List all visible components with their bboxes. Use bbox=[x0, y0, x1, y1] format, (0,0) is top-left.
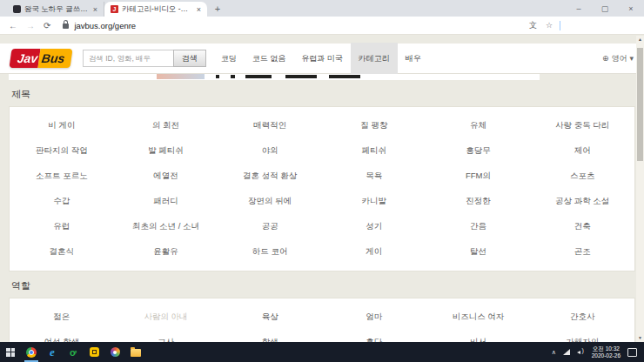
close-button[interactable]: × bbox=[618, 0, 644, 17]
category-link[interactable]: 패러디 bbox=[114, 189, 218, 214]
category-link[interactable]: 유럽 bbox=[10, 214, 114, 239]
banner-fragment bbox=[329, 75, 360, 78]
minimize-button[interactable]: – bbox=[566, 0, 592, 17]
taskbar-chrome-button[interactable] bbox=[21, 342, 42, 362]
network-icon[interactable] bbox=[563, 349, 570, 355]
category-link[interactable]: 유체 bbox=[426, 113, 531, 138]
tab-close-icon[interactable]: × bbox=[91, 5, 97, 14]
forward-icon[interactable]: → bbox=[26, 21, 35, 30]
taskbar-ie-button[interactable]: e bbox=[42, 342, 63, 362]
category-link[interactable]: 비즈니스 여자 bbox=[426, 305, 531, 330]
tab-title: 카테고리-비디오 -JavBus bbox=[122, 4, 191, 15]
roles-panel: 젊은사람의 아내육상엄마비즈니스 여자간호사여성 학생교사학생흑단비서가해자의보… bbox=[9, 298, 635, 342]
category-link[interactable]: 발 페티쉬 bbox=[114, 138, 218, 164]
category-link[interactable]: 학생 bbox=[218, 330, 322, 342]
category-link[interactable]: 육상 bbox=[218, 305, 322, 330]
scroll-down-icon[interactable]: ▼ bbox=[636, 334, 644, 342]
category-link[interactable]: 진정한 bbox=[426, 189, 531, 214]
category-link[interactable]: 카니발 bbox=[322, 189, 426, 214]
category-link[interactable]: 스포츠 bbox=[530, 164, 634, 189]
menu-item[interactable]: 카테고리 bbox=[351, 43, 398, 75]
category-link[interactable]: 간호사 bbox=[530, 305, 634, 330]
taskbar-messenger-button[interactable] bbox=[84, 342, 104, 362]
url-text[interactable]: javbus.org/genre bbox=[74, 21, 520, 30]
category-link[interactable]: 비서 bbox=[426, 330, 531, 342]
category-link[interactable]: 소프트 포르노 bbox=[10, 164, 114, 189]
category-link[interactable]: 윤활유 bbox=[114, 239, 218, 265]
page-scrollbar[interactable]: ▲ ▼ bbox=[636, 36, 644, 342]
category-link[interactable]: 비 게이 bbox=[10, 113, 114, 138]
category-link[interactable]: 가해자의 bbox=[530, 330, 634, 342]
category-link[interactable]: 하드 코어 bbox=[218, 239, 322, 265]
category-link[interactable]: 의 회전 bbox=[114, 113, 218, 138]
category-link[interactable]: 곤조 bbox=[530, 239, 634, 265]
text-caret bbox=[560, 21, 560, 30]
category-link[interactable]: 최초의 소년 / 소녀 bbox=[114, 214, 218, 239]
new-tab-button[interactable]: + bbox=[211, 2, 225, 16]
category-link[interactable]: 공공 bbox=[218, 214, 322, 239]
language-label: 영어 bbox=[611, 53, 627, 64]
browser-tab-javbus-active[interactable]: J 카테고리-비디오 -JavBus × bbox=[104, 2, 207, 17]
tray-chevron-icon[interactable]: ∧ bbox=[548, 349, 560, 356]
refresh-icon[interactable]: ⟳ bbox=[44, 21, 50, 30]
category-link[interactable]: 에열전 bbox=[114, 164, 218, 189]
category-link[interactable]: 홍당무 bbox=[426, 138, 531, 164]
menu-item[interactable]: 코딩 bbox=[213, 43, 245, 75]
taskbar-explorer-button[interactable] bbox=[125, 342, 146, 362]
folder-icon bbox=[131, 349, 141, 357]
taskbar-colorful-app-button[interactable] bbox=[104, 342, 125, 362]
browser-tab-strip: 왕국 노하우 글쓰기 > AVkingdo × J 카테고리-비디오 -JavB… bbox=[0, 0, 644, 17]
javbus-logo[interactable]: Jav Bus bbox=[10, 49, 72, 68]
category-link[interactable]: 사랑 중독 다리 bbox=[530, 113, 634, 138]
category-link[interactable]: 판타지의 작업 bbox=[10, 138, 114, 164]
category-link[interactable]: 흑단 bbox=[322, 330, 426, 342]
scroll-up-icon[interactable]: ▲ bbox=[636, 36, 644, 44]
category-link[interactable]: 페티쉬 bbox=[322, 138, 426, 164]
category-link[interactable]: 결혼 성적 환상 bbox=[218, 164, 322, 189]
windows-taskbar: e ơ ∧ 오전 10:32 2020-02-26 bbox=[0, 342, 644, 362]
category-link[interactable]: 젊은 bbox=[10, 305, 114, 330]
category-link[interactable]: 교사 bbox=[114, 330, 218, 342]
category-link[interactable]: 공상 과학 소설 bbox=[530, 189, 634, 214]
category-link[interactable]: 여성 학생 bbox=[10, 330, 114, 342]
volume-icon[interactable] bbox=[577, 349, 583, 355]
category-link[interactable]: 목욕 bbox=[322, 164, 426, 189]
category-link[interactable]: 건축 bbox=[530, 214, 634, 239]
category-link[interactable]: 매력적인 bbox=[218, 113, 322, 138]
search-input[interactable] bbox=[83, 50, 173, 67]
tab-close-icon[interactable]: × bbox=[195, 5, 201, 14]
category-link[interactable]: 성기 bbox=[322, 214, 426, 239]
yellow-messenger-icon bbox=[90, 347, 99, 357]
site-menu: 코딩코드 없음유럽과 미국카테고리배우 bbox=[213, 44, 429, 74]
start-button[interactable] bbox=[0, 342, 21, 362]
browser-tab-avkingdom[interactable]: 왕국 노하우 글쓰기 > AVkingdo × bbox=[7, 2, 104, 17]
menu-item[interactable]: 코드 없음 bbox=[245, 43, 294, 75]
titles-panel: 비 게이의 회전매력적인질 팽창유체사랑 중독 다리판타지의 작업발 페티쉬야외… bbox=[9, 106, 635, 272]
category-link[interactable]: 게이 bbox=[322, 239, 426, 265]
category-link[interactable]: 수갑 bbox=[10, 189, 114, 214]
action-center-icon[interactable] bbox=[627, 348, 637, 357]
category-link[interactable]: 탈선 bbox=[426, 239, 531, 265]
category-link[interactable]: 제어 bbox=[530, 138, 634, 164]
maximize-button[interactable]: ▢ bbox=[592, 0, 618, 17]
menu-item[interactable]: 유럽과 미국 bbox=[293, 43, 351, 75]
menu-item[interactable]: 배우 bbox=[398, 43, 429, 75]
category-link[interactable]: 결혼식 bbox=[10, 239, 114, 265]
search-button[interactable]: 검색 bbox=[173, 50, 206, 67]
taskbar-green-app-button[interactable]: ơ bbox=[63, 342, 84, 362]
scrollbar-thumb[interactable] bbox=[637, 48, 643, 161]
translate-icon[interactable]: 文 bbox=[529, 20, 537, 31]
category-link[interactable]: 장면의 뒤에 bbox=[218, 189, 322, 214]
category-link[interactable]: 사람의 아내 bbox=[114, 305, 218, 330]
bookmark-star-icon[interactable]: ☆ bbox=[546, 21, 553, 30]
back-icon[interactable]: ← bbox=[9, 21, 17, 30]
category-link[interactable]: 질 팽창 bbox=[322, 113, 426, 138]
category-link[interactable]: FFM의 bbox=[426, 164, 531, 189]
category-link[interactable]: 간음 bbox=[426, 214, 531, 239]
language-selector[interactable]: ⊕ 영어 ▾ bbox=[602, 53, 634, 64]
globe-icon: ⊕ bbox=[602, 54, 609, 63]
category-link[interactable]: 엄마 bbox=[322, 305, 426, 330]
category-link[interactable]: 야외 bbox=[218, 138, 322, 164]
taskbar-clock[interactable]: 오전 10:32 2020-02-26 bbox=[587, 345, 626, 359]
section-header-roles: 역할 bbox=[0, 272, 644, 298]
